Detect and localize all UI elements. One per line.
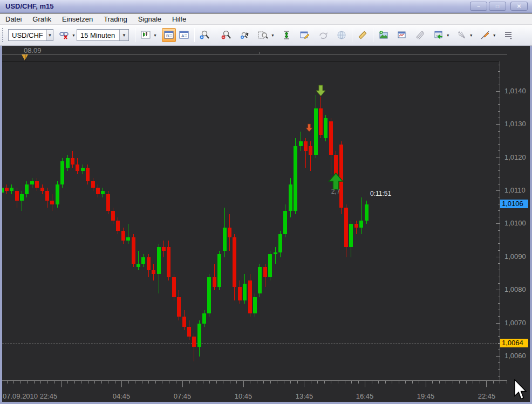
menu-einsetzen[interactable]: Einsetzen [57,14,98,24]
candle-body [182,317,186,326]
quote-board-icon: B [164,30,174,40]
price-tick [498,336,500,337]
zoom-in-button[interactable] [198,28,212,42]
time-tick [223,381,223,384]
price-tick [498,303,500,304]
price-tick [496,124,500,125]
close-button[interactable]: ✕ [510,2,528,11]
time-tick [67,381,68,384]
indicator-window-button[interactable] [432,28,446,42]
time-tick [128,381,129,384]
time-tick [34,381,35,384]
add-image-button[interactable] [377,28,391,42]
candle-body [324,118,328,138]
edit-chart-button[interactable] [298,28,312,42]
pitchfork-button[interactable] [413,28,427,42]
price-axis[interactable]: 1,01401,01301,01201,01101,01001,00901,00… [500,61,530,380]
price-tick [498,330,500,330]
menu-signale[interactable]: Signale [133,14,167,24]
candle-body [96,188,100,194]
zoom-out-button[interactable] [220,28,234,42]
candle-body [263,267,267,277]
level-price-badge: 1,0064 [500,339,528,347]
minimize-button[interactable]: – [470,2,487,11]
time-tick [236,381,237,384]
zoom-cursor-button[interactable] [238,28,252,42]
zoom-area-button[interactable] [256,28,270,42]
menu-grafik[interactable]: Grafik [27,14,57,24]
chevron-down-icon[interactable]: ▼ [72,33,76,37]
fit-vertical-icon [282,30,291,40]
auto-refresh-button[interactable] [316,28,330,42]
edit-chart-icon [300,30,310,40]
menu-hilfe[interactable]: Hilfe [167,14,192,24]
time-tick [263,381,264,384]
chevron-down-icon[interactable]: ▼ [446,33,450,37]
chart-type-button[interactable] [139,28,153,42]
candle-body [60,161,64,184]
price-tick [498,369,500,370]
time-tick [270,381,271,384]
price-tick [498,316,500,317]
price-tick [498,270,500,270]
time-tick [439,381,440,384]
candle-body [35,181,39,188]
chevron-down-icon[interactable]: ▼ [119,30,128,40]
line-list-button[interactable] [501,28,515,42]
time-tick [378,381,379,384]
chevron-down-icon[interactable]: ▼ [153,33,157,37]
maximize-button[interactable]: □ [489,2,506,11]
date-ruler[interactable]: 08.09 [2,46,530,61]
info-panel-button[interactable]: A [177,28,191,42]
draw-line-button[interactable] [478,28,492,42]
web-button[interactable] [335,28,349,42]
quote-board-button[interactable]: B [162,28,176,42]
price-tick [498,376,500,376]
trend-fan-icon [457,30,467,40]
time-tick [13,381,14,384]
unlink-button[interactable] [57,28,71,42]
candle-body [319,108,323,135]
timeframe-select[interactable]: 15 Minuten ▼ [77,29,129,41]
candle-body [258,267,262,293]
candle-body [304,141,308,151]
candle-body [137,264,140,267]
candlestick-plot[interactable]: 2,70:11:51 [2,61,500,380]
chevron-down-icon[interactable]: ▼ [271,33,275,37]
ruler-button[interactable] [356,28,370,42]
chevron-down-icon[interactable]: ▼ [46,30,53,40]
price-tick [498,131,500,132]
candle-wick [356,221,357,234]
chart-window-button[interactable] [395,28,409,42]
candle-body [202,313,206,323]
candle-body [71,158,74,165]
time-tick [297,381,298,384]
menu-trading[interactable]: Trading [98,14,133,24]
menu-datei[interactable]: Datei [0,14,27,24]
time-axis[interactable]: 07.09.2010 22:4504:4507:4510:4513:4516:4… [2,380,530,402]
price-tick [498,85,500,85]
candle-body [147,257,151,271]
symbol-select[interactable]: USD/CHF ▼ [8,29,53,41]
price-tick [496,223,500,224]
candle-wick [138,251,139,271]
svg-text:B: B [166,33,169,38]
candle-body [329,121,333,154]
chevron-down-icon[interactable]: ▼ [493,33,496,37]
time-tick [304,381,304,387]
auto-refresh-icon [318,30,328,40]
time-tick [432,381,433,384]
price-tick [498,362,500,363]
toolbar-grip-icon[interactable] [2,28,5,42]
time-tick [480,381,480,384]
price-tick [498,118,500,118]
fit-vertical-button[interactable] [279,28,294,42]
time-tick [88,381,88,384]
time-tick [148,381,149,384]
trend-fan-button[interactable] [455,28,469,42]
time-tick [176,381,176,384]
add-image-icon [379,30,388,40]
time-tick [135,381,135,384]
chevron-down-icon[interactable]: ▼ [469,33,473,37]
time-tick [61,381,62,387]
